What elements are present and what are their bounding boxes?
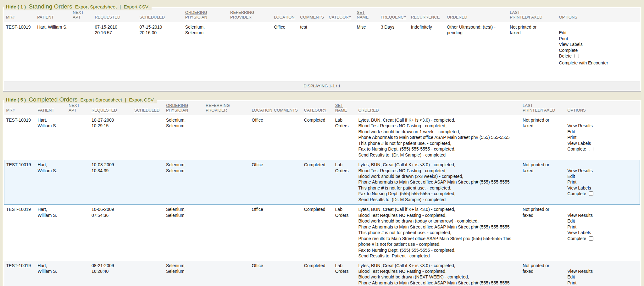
order-checkbox[interactable]	[589, 191, 593, 196]
table-row-highlighted: TEST-10019 Hart, William S. 10-08-2009 1…	[4, 160, 640, 205]
cell-next-apt	[67, 160, 90, 205]
cell-location: Office	[250, 160, 272, 205]
cell-patient: Hart, William S.	[36, 261, 67, 286]
delete-link[interactable]: Delete	[559, 53, 571, 58]
view-results-link[interactable]: View Results	[567, 168, 593, 173]
cell-location: Office	[272, 22, 298, 81]
cell-set-name: Lab Orders	[333, 160, 357, 205]
complete-link[interactable]: Complete	[567, 146, 586, 151]
col-referring-provider: REFERRING PROVIDER	[204, 101, 250, 115]
cell-set-name: Misc	[355, 22, 379, 81]
col-ordering-physician[interactable]: ORDERING PHYSICIAN	[183, 8, 228, 22]
col-category[interactable]: CATEGORY	[327, 8, 355, 22]
completed-export-csv-link[interactable]: Export CSV	[129, 97, 153, 103]
cell-referring-provider	[204, 160, 250, 205]
edit-link[interactable]: Edit	[559, 30, 566, 35]
standing-export-csv-link[interactable]: Export CSV	[124, 4, 148, 10]
col-recurrence[interactable]: RECURRENCE	[409, 8, 445, 22]
cell-next-apt	[71, 22, 93, 81]
hide-completed-orders-link[interactable]: Hide ( 5 )	[6, 97, 26, 103]
print-link[interactable]: Print	[567, 280, 576, 285]
table-row: TEST-10019 Hart, William S. 08-21-2009 1…	[4, 261, 640, 286]
complete-link[interactable]: Complete	[567, 236, 586, 241]
cell-next-apt	[67, 205, 90, 261]
col-ordering-physician[interactable]: ORDERING PHYSICIAN	[164, 101, 204, 115]
col-location[interactable]: LOCATION	[250, 101, 272, 115]
view-results-link[interactable]: View Results	[567, 213, 593, 218]
hide-standing-orders-link[interactable]: Hide ( 1 )	[6, 4, 26, 10]
print-link[interactable]: Print	[567, 179, 576, 184]
cell-set-name: Lab Orders	[333, 115, 357, 160]
table-row: TEST-10019 Hart, William S. 10-06-2009 0…	[4, 205, 640, 261]
standing-orders-legend: Hide ( 1 ) Standing Orders Export Spread…	[4, 3, 152, 10]
view-results-link[interactable]: View Results	[567, 269, 593, 274]
print-link[interactable]: Print	[567, 135, 576, 140]
edit-link[interactable]: Edit	[567, 129, 575, 134]
cell-requested: 10-27-2009 10:29:15	[90, 115, 132, 160]
complete-link[interactable]: Complete	[567, 191, 586, 196]
edit-link[interactable]: Edit	[567, 174, 575, 179]
order-checkbox[interactable]	[575, 54, 579, 58]
col-comments: COMMENTS	[272, 101, 302, 115]
cell-location: Office	[250, 205, 272, 261]
standing-orders-table: MR# PATIENT NEXT APT REQUESTED SCHEDULED…	[4, 8, 640, 81]
cell-ordering-physician: Selenium, Selenium	[164, 115, 204, 160]
cell-requested: 10-06-2009 07:54:36	[90, 205, 132, 261]
cell-recurrence: Indefinitely	[409, 22, 445, 81]
col-set-name[interactable]: SET NAME	[355, 8, 379, 22]
cell-scheduled: 07-15-2010 20:16:00	[138, 22, 183, 81]
col-set-name[interactable]: SET NAME	[333, 101, 357, 115]
cell-patient: Hart, William S.	[36, 160, 67, 205]
standing-export-spreadsheet-link[interactable]: Export Spreadsheet	[75, 4, 117, 10]
view-labels-link[interactable]: View Labels	[567, 185, 591, 190]
cell-set-name: Lab Orders	[333, 261, 357, 286]
cell-ordered: Lytes, BUN, Creat (Call if K+ is <3.0) -…	[356, 160, 521, 205]
view-labels-link[interactable]: View Labels	[567, 230, 591, 235]
completed-export-spreadsheet-link[interactable]: Export Spreadsheet	[80, 97, 122, 103]
cell-options: View Results Edit Print View Labels Comp…	[565, 160, 640, 205]
cell-last-printed-faxed: Not printed or faxed	[521, 160, 565, 205]
view-labels-link[interactable]: View Labels	[567, 141, 591, 146]
complete-link[interactable]: Complete	[559, 48, 578, 53]
cell-requested: 10-08-2009 10:34:39	[90, 160, 132, 205]
view-labels-link[interactable]: View Labels	[559, 42, 582, 47]
col-category[interactable]: CATEGORY	[302, 101, 333, 115]
cell-comments: test	[298, 22, 327, 81]
cell-options: Edit Print View Labels Complete Delete C…	[557, 22, 640, 81]
cell-mr: TEST-10019	[4, 205, 36, 261]
cell-comments	[272, 205, 302, 261]
col-location[interactable]: LOCATION	[272, 8, 298, 22]
order-checkbox[interactable]	[589, 236, 593, 241]
cell-ordered: Other Ultrasound: (test) - pending	[445, 22, 508, 81]
cell-referring-provider	[204, 261, 250, 286]
cell-next-apt	[67, 261, 90, 286]
cell-comments	[272, 160, 302, 205]
standing-orders-title: Standing Orders	[29, 3, 72, 10]
col-last-printed-faxed: LAST PRINTED/FAXED	[508, 8, 557, 22]
cell-referring-provider	[228, 22, 272, 81]
cell-requested: 07-15-2010 20:16:57	[93, 22, 137, 81]
cell-ordered: Lytes, BUN, Creat (Call if K+ is <3.0) -…	[356, 261, 521, 286]
cell-patient: Hart, William S.	[35, 22, 71, 81]
col-frequency[interactable]: FREQUENCY	[379, 8, 409, 22]
complete-with-encounter-link[interactable]: Complete with Encounter	[559, 60, 638, 66]
view-results-link[interactable]: View Results	[567, 123, 593, 128]
cell-category: Completed	[302, 115, 333, 160]
edit-link[interactable]: Edit	[567, 274, 575, 279]
completed-orders-section: Hide ( 5 ) Completed Orders Export Sprea…	[3, 100, 641, 286]
col-ordered[interactable]: ORDERED	[445, 8, 508, 22]
order-checkbox[interactable]	[589, 147, 593, 151]
cell-category: Completed	[302, 261, 333, 286]
print-link[interactable]: Print	[559, 36, 568, 41]
edit-link[interactable]: Edit	[567, 218, 575, 223]
cell-location: Office	[250, 261, 272, 286]
standing-orders-section: Hide ( 1 ) Standing Orders Export Spread…	[3, 7, 641, 92]
cell-last-printed-faxed: Not printed or faxed	[521, 205, 565, 261]
cell-patient: Hart, William S.	[36, 205, 67, 261]
print-link[interactable]: Print	[567, 224, 576, 229]
cell-location: Office	[250, 115, 272, 160]
col-options: OPTIONS	[557, 8, 640, 22]
col-ordered[interactable]: ORDERED	[356, 101, 521, 115]
cell-last-printed-faxed: Not printed or faxed	[508, 22, 557, 81]
cell-options: View Results Edit Print View Labels Comp…	[565, 261, 640, 286]
